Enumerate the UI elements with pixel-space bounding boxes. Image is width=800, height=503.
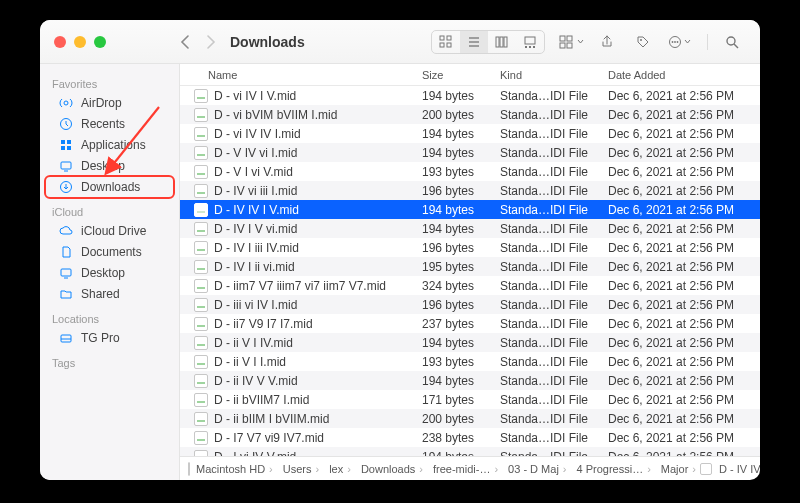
icon-view-button[interactable]	[432, 31, 460, 53]
path-segment[interactable]: Macintosh HD	[196, 463, 265, 475]
table-row[interactable]: D - ii7 V9 I7 I7.mid237 bytesStanda…IDI …	[180, 314, 760, 333]
table-row[interactable]: D - vi IV IV I.mid194 bytesStanda…IDI Fi…	[180, 124, 760, 143]
file-size: 237 bytes	[422, 317, 500, 331]
path-segment[interactable]: free-midi-…	[433, 463, 490, 475]
file-date: Dec 6, 2021 at 2:56 PM	[608, 89, 760, 103]
file-size: 238 bytes	[422, 431, 500, 445]
file-date: Dec 6, 2021 at 2:56 PM	[608, 241, 760, 255]
close-window-button[interactable]	[54, 36, 66, 48]
path-segment[interactable]: 03 - D Maj	[508, 463, 559, 475]
file-icon	[194, 374, 208, 388]
sidebar-item-recents[interactable]: Recents	[46, 114, 173, 134]
file-date: Dec 6, 2021 at 2:56 PM	[608, 355, 760, 369]
sidebar-item-airdrop[interactable]: AirDrop	[46, 93, 173, 113]
minimize-window-button[interactable]	[74, 36, 86, 48]
table-row[interactable]: D - vi IV I V.mid194 bytesStanda…IDI Fil…	[180, 86, 760, 105]
table-row[interactable]: D - I7 V7 vi9 IV7.mid238 bytesStanda…IDI…	[180, 428, 760, 447]
sidebar-item-applications[interactable]: Applications	[46, 135, 173, 155]
sidebar-item-desktop[interactable]: Desktop	[46, 156, 173, 176]
chevron-right-icon: ›	[419, 463, 423, 475]
path-segment[interactable]: Downloads	[361, 463, 415, 475]
tags-button[interactable]	[629, 31, 657, 53]
table-row[interactable]: D - V I vi V.mid193 bytesStanda…IDI File…	[180, 162, 760, 181]
table-row[interactable]: D - ii IV V V.mid194 bytesStanda…IDI Fil…	[180, 371, 760, 390]
table-row[interactable]: D - V IV vi I.mid194 bytesStanda…IDI Fil…	[180, 143, 760, 162]
file-size: 194 bytes	[422, 127, 500, 141]
svg-rect-0	[440, 36, 444, 40]
table-row[interactable]: D - ii V I I.mid193 bytesStanda…IDI File…	[180, 352, 760, 371]
gallery-view-button[interactable]	[516, 31, 544, 53]
column-headers[interactable]: Name Size Kind Date Added	[180, 64, 760, 86]
col-size[interactable]: Size	[422, 69, 500, 81]
file-name: D - IV I iii IV.mid	[214, 241, 422, 255]
table-row[interactable]: D - ii V I IV.mid194 bytesStanda…IDI Fil…	[180, 333, 760, 352]
file-icon	[194, 127, 208, 141]
list-view-button[interactable]	[460, 31, 488, 53]
file-kind: Standa…IDI File	[500, 165, 608, 179]
file-name: D - ii bVIIM7 I.mid	[214, 393, 422, 407]
file-kind: Standa…IDI File	[500, 184, 608, 198]
column-view-button[interactable]	[488, 31, 516, 53]
table-row[interactable]: D - IV I ii vi.mid195 bytesStanda…IDI Fi…	[180, 257, 760, 276]
file-kind: Standa…IDI File	[500, 298, 608, 312]
sidebar-item-label: AirDrop	[81, 96, 122, 110]
table-row[interactable]: D - iii vi IV I.mid196 bytesStanda…IDI F…	[180, 295, 760, 314]
file-size: 194 bytes	[422, 89, 500, 103]
file-size: 194 bytes	[422, 146, 500, 160]
sidebar-item-desktop[interactable]: Desktop	[46, 263, 173, 283]
sidebar-item-shared[interactable]: Shared	[46, 284, 173, 304]
sidebar-item-icloud-drive[interactable]: iCloud Drive	[46, 221, 173, 241]
share-button[interactable]	[593, 31, 621, 53]
path-segment[interactable]: D - IV IV I V.mid	[719, 463, 760, 475]
table-row[interactable]: D - IV I iii IV.mid196 bytesStanda…IDI F…	[180, 238, 760, 257]
table-row[interactable]: D - IV vi iii I.mid196 bytesStanda…IDI F…	[180, 181, 760, 200]
sidebar-item-tg-pro[interactable]: TG Pro	[46, 328, 173, 348]
file-icon	[194, 108, 208, 122]
path-bar[interactable]: Macintosh HD›Users›lex›Downloads›free-mi…	[180, 456, 760, 480]
disk-icon	[58, 331, 74, 345]
svg-rect-2	[440, 43, 444, 47]
path-segment[interactable]: lex	[329, 463, 343, 475]
back-button[interactable]	[180, 35, 190, 49]
file-icon	[194, 336, 208, 350]
chevron-right-icon: ›	[692, 463, 696, 475]
sidebar-item-label: Desktop	[81, 266, 125, 280]
col-date[interactable]: Date Added	[608, 69, 760, 81]
col-name[interactable]: Name	[208, 69, 422, 81]
sidebar-header: Favorites	[40, 70, 179, 92]
sidebar-item-downloads[interactable]: Downloads	[46, 177, 173, 197]
sidebar-item-documents[interactable]: Documents	[46, 242, 173, 262]
col-kind[interactable]: Kind	[500, 69, 608, 81]
titlebar: Downloads	[40, 20, 760, 64]
file-date: Dec 6, 2021 at 2:56 PM	[608, 317, 760, 331]
table-row[interactable]: D - vi bVIM bVIIM I.mid200 bytesStanda…I…	[180, 105, 760, 124]
action-button[interactable]	[665, 31, 693, 53]
table-row[interactable]: D - IV I V vi.mid194 bytesStanda…IDI Fil…	[180, 219, 760, 238]
file-name: D - V I vi V.mid	[214, 165, 422, 179]
file-icon	[194, 355, 208, 369]
path-segment[interactable]: Major	[661, 463, 689, 475]
table-row[interactable]: D - ii bIIM I bVIIM.mid200 bytesStanda…I…	[180, 409, 760, 428]
file-name: D - vi IV I V.mid	[214, 89, 422, 103]
svg-rect-16	[560, 43, 565, 48]
svg-rect-29	[61, 146, 65, 150]
table-row[interactable]: D - IV IV I V.mid194 bytesStanda…IDI Fil…	[180, 200, 760, 219]
zoom-window-button[interactable]	[94, 36, 106, 48]
file-size: 196 bytes	[422, 184, 500, 198]
group-by-button[interactable]	[557, 31, 585, 53]
file-date: Dec 6, 2021 at 2:56 PM	[608, 279, 760, 293]
forward-button[interactable]	[206, 35, 216, 49]
file-size: 196 bytes	[422, 241, 500, 255]
table-row[interactable]: D - iim7 V7 iiim7 vi7 iim7 V7.mid324 byt…	[180, 276, 760, 295]
file-list[interactable]: D - vi IV I V.mid194 bytesStanda…IDI Fil…	[180, 86, 760, 456]
download-icon	[58, 180, 74, 194]
file-kind: Standa…IDI File	[500, 412, 608, 426]
path-segment[interactable]: 4 Progressi…	[577, 463, 644, 475]
sidebar-header: iCloud	[40, 198, 179, 220]
path-segment[interactable]: Users	[283, 463, 312, 475]
sidebar-item-label: Shared	[81, 287, 120, 301]
table-row[interactable]: D - ii bVIIM7 I.mid171 bytesStanda…IDI F…	[180, 390, 760, 409]
search-button[interactable]	[718, 31, 746, 53]
file-name: D - ii V I IV.mid	[214, 336, 422, 350]
table-row[interactable]: D - I vi IV V.mid194 bytesStanda…IDI Fil…	[180, 447, 760, 456]
